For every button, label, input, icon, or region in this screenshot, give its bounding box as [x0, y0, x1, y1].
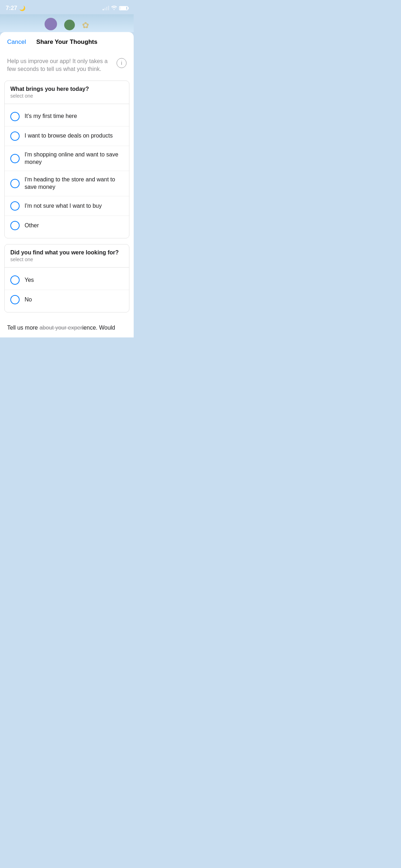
option-not-sure-label: I'm not sure what I want to buy	[25, 202, 102, 210]
preview-flower-icon: ✿	[82, 20, 89, 30]
app-preview: ✿	[0, 14, 134, 32]
preview-circle-purple	[45, 18, 57, 30]
option-first-time-label: It's my first time here	[25, 113, 77, 120]
radio-heading-store[interactable]	[10, 179, 20, 188]
footer-strikethrough: about your exper	[40, 325, 82, 331]
status-bar: 7:27 🌙	[0, 0, 134, 14]
radio-yes[interactable]	[10, 275, 20, 285]
question-card-1: What brings you here today? select one I…	[4, 81, 129, 238]
moon-icon: 🌙	[19, 5, 25, 11]
question-2-header: Did you find what you were looking for? …	[5, 244, 129, 268]
radio-no[interactable]	[10, 295, 20, 304]
status-left: 7:27 🌙	[6, 5, 25, 11]
option-heading-store-label: I'm heading to the store and want to sav…	[25, 176, 123, 191]
option-no-label: No	[25, 296, 32, 304]
option-browse-deals-label: I want to browse deals on products	[25, 132, 113, 140]
info-button[interactable]: i	[117, 58, 127, 68]
preview-circle-green	[64, 20, 75, 30]
question-1-header: What brings you here today? select one	[5, 81, 129, 104]
option-yes-label: Yes	[25, 277, 34, 284]
option-other-label: Other	[25, 222, 39, 229]
option-not-sure[interactable]: I'm not sure what I want to buy	[5, 196, 129, 216]
question-2-options: Yes No	[5, 268, 129, 312]
footer-prefix: Tell us more	[7, 325, 40, 331]
option-first-time[interactable]: It's my first time here	[5, 107, 129, 126]
modal-header: Cancel Share Your Thoughts	[0, 32, 134, 52]
option-heading-store[interactable]: I'm heading to the store and want to sav…	[5, 171, 129, 196]
battery-icon	[119, 6, 128, 10]
footer-text: Tell us more about your experience. Woul…	[0, 318, 134, 337]
question-2-subtitle: select one	[10, 257, 123, 266]
radio-not-sure[interactable]	[10, 201, 20, 211]
option-shop-online[interactable]: I'm shopping online and want to save mon…	[5, 146, 129, 171]
cancel-button[interactable]: Cancel	[7, 38, 26, 46]
radio-other[interactable]	[10, 221, 20, 230]
option-browse-deals[interactable]: I want to browse deals on products	[5, 126, 129, 146]
option-no[interactable]: No	[5, 290, 129, 309]
option-yes[interactable]: Yes	[5, 270, 129, 290]
description-section: Help us improve our app! It only takes a…	[0, 52, 134, 81]
info-icon: i	[121, 60, 122, 66]
question-2-title: Did you find what you were looking for?	[10, 249, 123, 256]
description-text: Help us improve our app! It only takes a…	[7, 57, 112, 73]
radio-first-time[interactable]	[10, 112, 20, 121]
modal-sheet: Cancel Share Your Thoughts Help us impro…	[0, 32, 134, 337]
radio-browse-deals[interactable]	[10, 131, 20, 141]
radio-shop-online[interactable]	[10, 154, 20, 163]
question-card-2: Did you find what you were looking for? …	[4, 244, 129, 312]
status-time: 7:27	[6, 5, 17, 11]
option-shop-online-label: I'm shopping online and want to save mon…	[25, 151, 123, 166]
signal-icon	[103, 6, 109, 10]
question-1-subtitle: select one	[10, 93, 123, 102]
status-right	[103, 5, 128, 11]
footer-suffix: ience. Would	[82, 325, 115, 331]
modal-title: Share Your Thoughts	[36, 38, 97, 46]
wifi-icon	[111, 5, 117, 11]
question-1-options: It's my first time here I want to browse…	[5, 104, 129, 238]
question-1-title: What brings you here today?	[10, 86, 123, 92]
option-other[interactable]: Other	[5, 216, 129, 235]
